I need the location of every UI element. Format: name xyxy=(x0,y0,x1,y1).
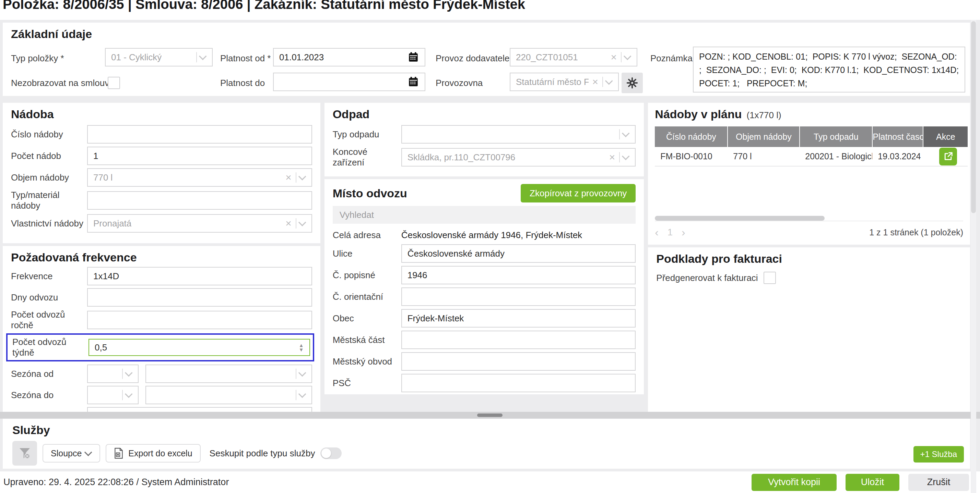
ulice-input[interactable]: Československé armády xyxy=(401,244,636,263)
provozovna-settings-button[interactable] xyxy=(622,73,643,93)
pocet-odvozu-tydne-input[interactable]: 0,5 ▲ ▼ xyxy=(89,339,310,356)
clear-icon[interactable]: × xyxy=(285,172,291,182)
psc-input[interactable] xyxy=(401,374,636,392)
predgenerovat-checkbox[interactable] xyxy=(764,272,776,284)
sezona-od-select[interactable] xyxy=(145,365,312,383)
group-toggle-switch[interactable] xyxy=(320,447,342,459)
ostatni-input[interactable] xyxy=(87,407,312,412)
chevron-down-icon[interactable] xyxy=(622,130,630,137)
row-edit-button[interactable] xyxy=(939,147,957,165)
typ-material-input[interactable] xyxy=(87,191,312,210)
chevron-down-icon[interactable] xyxy=(298,369,306,377)
cancel-button[interactable]: Zrušit xyxy=(908,474,969,491)
clear-icon[interactable]: × xyxy=(592,77,598,87)
objem-nadoby-label: Objem nádoby xyxy=(11,172,87,183)
columns-button[interactable]: Sloupce xyxy=(43,444,100,463)
scrollbar-thumb[interactable] xyxy=(971,21,976,213)
spinner-down-icon[interactable]: ▼ xyxy=(299,347,304,352)
column-header[interactable]: Číslo nádoby xyxy=(655,127,727,147)
pocet-nadob-input[interactable]: 1 xyxy=(87,147,312,165)
clear-filter-button[interactable] xyxy=(12,441,37,466)
section-heading: Služby xyxy=(12,423,961,437)
gear-icon xyxy=(626,77,638,89)
export-excel-button[interactable]: Export do excelu xyxy=(106,444,200,463)
scrollbar-thumb[interactable] xyxy=(655,216,824,220)
sezona-do-select[interactable] xyxy=(145,386,312,404)
clear-icon[interactable]: × xyxy=(611,52,617,62)
cell-typ-odpadu: 200201 - Biologicky... xyxy=(800,147,872,166)
chevron-down-icon[interactable] xyxy=(298,173,306,181)
chevron-down-icon[interactable] xyxy=(199,52,207,60)
pager-next-icon[interactable]: › xyxy=(682,226,685,239)
platnost-do-input[interactable] xyxy=(273,73,425,91)
open-edit-icon xyxy=(943,151,953,162)
mestsky-obvod-input[interactable] xyxy=(401,352,636,371)
chevron-down-icon xyxy=(84,449,92,457)
chevron-down-icon[interactable] xyxy=(125,369,133,377)
number-spinner[interactable]: ▲ ▼ xyxy=(299,343,304,352)
section-nadoby-v-planu: Nádoby v plánu (1x770 l) Číslo nádoby Ob… xyxy=(648,103,970,245)
section-heading: Nádoba xyxy=(11,108,312,121)
table-row[interactable]: FM-BIO-0010 770 l 200201 - Biologicky...… xyxy=(655,147,968,166)
cislo-nadoby-input[interactable] xyxy=(87,125,312,144)
copy-from-provozovna-button[interactable]: Zkopírovat z provozovny xyxy=(521,184,636,203)
sezona-od-day-select[interactable] xyxy=(87,365,138,383)
chevron-down-icon[interactable] xyxy=(624,52,632,60)
nezobrazovat-checkbox[interactable] xyxy=(108,77,120,89)
sluzby-toolbar: Sloupce Export do excelu Seskupit podle … xyxy=(12,441,961,466)
section-heading: Nádoby v plánu xyxy=(655,108,741,121)
cislo-orientacni-input[interactable] xyxy=(401,287,636,306)
address-search-input[interactable] xyxy=(333,206,636,224)
typ-material-label: Typ/materiál nádoby xyxy=(11,190,87,211)
add-service-button[interactable]: +1 Služba xyxy=(913,446,964,463)
vertical-scrollbar[interactable] xyxy=(971,20,976,493)
obec-input[interactable]: Frýdek-Místek xyxy=(401,309,636,328)
calendar-icon[interactable] xyxy=(407,51,419,63)
chevron-down-icon[interactable] xyxy=(622,152,630,160)
clear-icon[interactable]: × xyxy=(609,152,616,162)
calendar-icon[interactable] xyxy=(407,76,419,88)
horizontal-scrollbar[interactable] xyxy=(655,216,963,221)
vlastnictvi-select[interactable]: Pronajatá × xyxy=(87,214,312,233)
dny-odvozu-input[interactable] xyxy=(87,288,312,307)
chevron-down-icon[interactable] xyxy=(125,390,133,398)
splitter-handle[interactable] xyxy=(477,414,503,417)
provozovna-select[interactable]: Statutární město Fr... × xyxy=(510,73,619,91)
cislo-popisne-input[interactable]: 1946 xyxy=(401,266,636,284)
pager-prev-icon[interactable]: ‹ xyxy=(655,226,659,239)
typ-polozky-select[interactable]: 01 - Cyklický xyxy=(105,48,213,67)
chevron-down-icon[interactable] xyxy=(605,77,613,85)
ulice-label: Ulice xyxy=(333,248,401,259)
column-header[interactable]: Platnost časové xyxy=(872,127,923,147)
frekvence-input[interactable]: 1x14D xyxy=(87,267,312,285)
provoz-dodavatele-select[interactable]: 220_CZT01051 × xyxy=(510,48,637,67)
typ-odpadu-select[interactable] xyxy=(401,125,636,144)
poznamka-textarea[interactable]: POZN: ; KOD_CENOBL: 01; POPIS: K 770 l v… xyxy=(693,47,965,92)
chevron-down-icon[interactable] xyxy=(298,390,306,398)
obec-label: Obec xyxy=(333,313,401,324)
nezobrazovat-label: Nezobrazovat na smlouvě xyxy=(11,73,114,93)
platnost-od-input[interactable]: 01.01.2023 xyxy=(273,48,425,67)
psc-label: PSČ xyxy=(333,378,401,388)
provoz-dodavatele-label: Provoz dodavatele xyxy=(436,48,509,68)
save-button[interactable]: Uložit xyxy=(846,474,899,491)
column-header[interactable]: Objem nádoby xyxy=(727,127,800,147)
section-heading: Požadovaná frekvence xyxy=(11,251,312,264)
divider xyxy=(196,52,197,62)
excel-file-icon xyxy=(114,448,124,459)
koncove-zarizeni-select[interactable]: Skládka, pr.110_CZT00796 × xyxy=(401,148,636,166)
objem-nadoby-select[interactable]: 770 l × xyxy=(87,168,312,187)
pager-page-number[interactable]: 1 xyxy=(668,227,673,238)
cela-adresa-value: Československé armády 1946, Frýdek-Míste… xyxy=(401,230,582,241)
sezona-do-day-select[interactable] xyxy=(87,386,138,404)
column-header[interactable]: Typ odpadu xyxy=(800,127,872,147)
chevron-down-icon[interactable] xyxy=(298,219,306,227)
mestska-cast-input[interactable] xyxy=(401,331,636,349)
pocet-odvozu-rocne-input[interactable] xyxy=(87,311,312,329)
mestsky-obvod-label: Městský obvod xyxy=(333,356,401,367)
create-copy-button[interactable]: Vytvořit kopii xyxy=(752,474,837,491)
clear-icon[interactable]: × xyxy=(285,218,291,228)
frekvence-label: Frekvence xyxy=(11,271,87,282)
splitter xyxy=(0,412,980,418)
poznamka-label: Poznámka xyxy=(651,48,692,68)
